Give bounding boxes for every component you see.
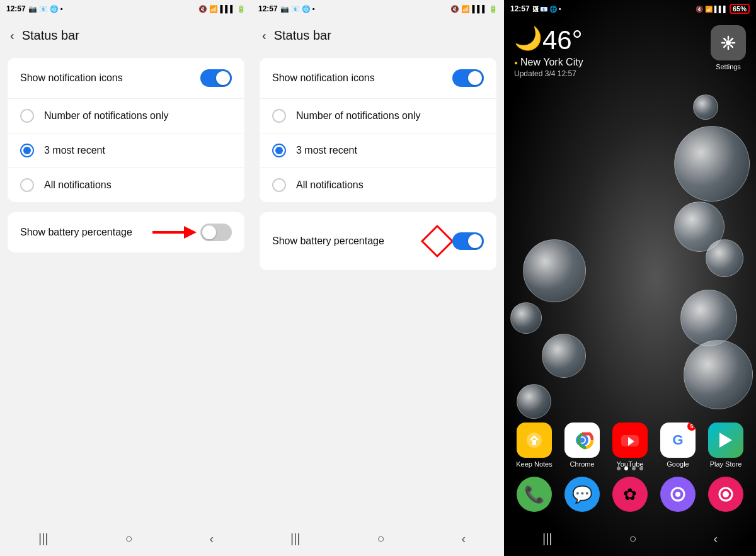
settings-app-wrap[interactable]: Settings xyxy=(706,25,751,71)
youtube-icon[interactable] xyxy=(612,423,648,458)
keepnotes-wrap[interactable]: Keep Notes xyxy=(512,423,557,468)
dot-4 xyxy=(639,467,643,470)
show-notification-label-2: Show notification icons xyxy=(272,72,375,84)
nav-menu-1[interactable]: ||| xyxy=(38,531,49,546)
keepnotes-icon[interactable] xyxy=(517,423,552,458)
home-status-bar: 12:57 🖼 📧 🌐 • 🔇 📶 ▌▌▌ 65% xyxy=(504,0,756,18)
camera-icon[interactable] xyxy=(708,477,743,512)
radio-recent-2[interactable]: 3 most recent xyxy=(260,133,496,168)
home-nav-back[interactable]: ‹ xyxy=(713,531,718,546)
svg-rect-0 xyxy=(152,231,184,234)
home-screen: 12:57 🖼 📧 🌐 • 🔇 📶 ▌▌▌ 65% 🌙 46° New York… xyxy=(504,0,756,556)
radio-recent-circle-1 xyxy=(20,144,34,157)
youtube-wrap[interactable]: YouTube xyxy=(607,423,653,468)
camera-wrap[interactable] xyxy=(703,477,748,512)
settings-app-label: Settings xyxy=(716,63,741,71)
svg-marker-1 xyxy=(184,226,197,239)
show-notification-row-2: Show notification icons xyxy=(260,58,496,99)
notification-card-1: Show notification icons Number of notifi… xyxy=(8,58,244,202)
nav-menu-2[interactable]: ||| xyxy=(290,531,301,546)
google-icon[interactable]: G 5 xyxy=(660,423,696,458)
home-status-left: 12:57 🖼 📧 🌐 • xyxy=(510,4,561,13)
show-notification-toggle-2[interactable] xyxy=(452,69,484,87)
status-bar-right-2: 🔇 📶 ▌▌▌ 🔋 xyxy=(450,5,498,13)
battery-toggle-1[interactable] xyxy=(200,224,232,241)
radio-recent-1[interactable]: 3 most recent xyxy=(8,133,244,168)
nav-home-2[interactable]: ○ xyxy=(377,531,384,546)
settings-app-icon[interactable] xyxy=(711,25,746,60)
nav-back-1[interactable]: ‹ xyxy=(209,531,214,546)
svg-marker-2 xyxy=(422,226,452,256)
svg-point-15 xyxy=(723,491,729,497)
home-status-icons: 🖼 📧 🌐 • xyxy=(532,6,561,13)
google-wrap[interactable]: G 5 Google xyxy=(655,423,701,468)
status-icons-1: 📷 📧 🌐 • xyxy=(28,5,63,13)
status-icons-2: 📷 📧 🌐 • xyxy=(280,5,315,13)
status-bar-left-2: 12:57 📷 📧 🌐 • xyxy=(258,4,315,13)
bixby-wrap[interactable] xyxy=(655,477,701,512)
radio-all-2[interactable]: All notifications xyxy=(260,168,496,202)
radio-number-circle-2 xyxy=(272,109,286,123)
bubble-1 xyxy=(674,126,750,201)
page-title-2: Status bar xyxy=(274,28,331,43)
top-right-icons: Settings xyxy=(706,25,751,71)
radio-all-circle-1 xyxy=(20,178,34,192)
phone-wrap[interactable]: 📞 xyxy=(512,477,557,512)
dot-3 xyxy=(632,467,636,470)
svg-marker-11 xyxy=(719,433,732,448)
nav-home-1[interactable]: ○ xyxy=(125,531,132,546)
bubble-5 xyxy=(510,302,542,334)
google-badge: 5 xyxy=(686,423,696,432)
back-button-2[interactable]: ‹ xyxy=(262,28,266,43)
bixby-icon[interactable] xyxy=(660,477,696,512)
battery-row-2: Show battery percentage xyxy=(260,212,496,270)
weather-moon-icon: 🌙 xyxy=(514,25,542,52)
radio-number-label-2: Number of notifications only xyxy=(296,110,420,122)
bubble-4 xyxy=(523,239,586,302)
blossom-icon[interactable]: ✿ xyxy=(612,477,648,512)
svg-rect-5 xyxy=(532,440,536,445)
home-nav-home[interactable]: ○ xyxy=(629,531,636,546)
battery-row-1: Show battery percentage xyxy=(8,212,244,252)
back-button-1[interactable]: ‹ xyxy=(10,28,14,43)
app-grid: Keep Notes Chrome xyxy=(504,423,756,468)
blossom-wrap[interactable]: ✿ xyxy=(607,477,653,512)
chrome-icon[interactable] xyxy=(564,423,600,458)
show-notification-toggle-1[interactable] xyxy=(200,69,232,87)
battery-label-2: Show battery percentage xyxy=(272,235,384,247)
nav-bar-2: ||| ○ ‹ xyxy=(252,521,504,556)
radio-all-1[interactable]: All notifications xyxy=(8,168,244,202)
signal-icons-1: 🔇 📶 ▌▌▌ 🔋 xyxy=(198,5,246,13)
status-bar-right-1: 🔇 📶 ▌▌▌ 🔋 xyxy=(198,5,246,13)
radio-number-only-2[interactable]: Number of notifications only xyxy=(260,99,496,133)
playstore-icon[interactable] xyxy=(708,423,743,458)
home-battery-badge: 65% xyxy=(730,4,750,14)
top-bar-2: ‹ Status bar xyxy=(252,18,504,53)
status-bar-1: 12:57 📷 📧 🌐 • 🔇 📶 ▌▌▌ 🔋 xyxy=(0,0,252,18)
weather-temp: 🌙 46° xyxy=(514,25,583,55)
playstore-wrap[interactable]: Play Store xyxy=(703,423,748,468)
chrome-wrap[interactable]: Chrome xyxy=(559,423,605,468)
battery-label-1: Show battery percentage xyxy=(20,227,132,238)
home-nav-menu[interactable]: ||| xyxy=(542,531,553,546)
weather-temperature: 46° xyxy=(542,25,583,55)
bubble-8 xyxy=(684,340,753,409)
radio-number-label-1: Number of notifications only xyxy=(44,110,168,122)
messages-wrap[interactable]: 💬 xyxy=(559,477,605,512)
radio-recent-circle-2 xyxy=(272,144,286,157)
bubble-3 xyxy=(706,239,743,277)
weather-widget: 🌙 46° New York City Updated 3/4 12:57 xyxy=(514,25,583,78)
bubble-10 xyxy=(693,94,718,120)
radio-all-circle-2 xyxy=(272,178,286,192)
radio-number-only-1[interactable]: Number of notifications only xyxy=(8,99,244,133)
weather-updated: Updated 3/4 12:57 xyxy=(514,69,583,78)
show-notification-label-1: Show notification icons xyxy=(20,72,123,84)
battery-toggle-2[interactable] xyxy=(452,232,484,250)
weather-city: New York City xyxy=(514,57,583,68)
nav-back-2[interactable]: ‹ xyxy=(461,531,466,546)
phone-icon[interactable]: 📞 xyxy=(517,477,552,512)
red-diamond-annotation xyxy=(420,224,455,259)
panel-1: 12:57 📷 📧 🌐 • 🔇 📶 ▌▌▌ 🔋 ‹ Status bar Sho… xyxy=(0,0,252,556)
radio-recent-label-1: 3 most recent xyxy=(44,145,105,156)
messages-icon[interactable]: 💬 xyxy=(564,477,600,512)
